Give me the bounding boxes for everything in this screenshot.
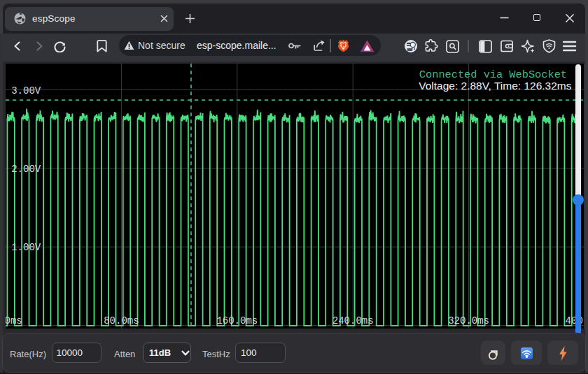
svg-text:2.00V: 2.00V (11, 164, 41, 175)
svg-text:240.0ms: 240.0ms (332, 315, 374, 326)
svg-text:80.0ms: 80.0ms (104, 315, 139, 326)
svg-text:1.00V: 1.00V (11, 242, 41, 253)
svg-text:0ms: 0ms (6, 315, 22, 326)
svg-text:Voltage: 2.88V, Time: 126.32ms: Voltage: 2.88V, Time: 126.32ms (419, 80, 572, 92)
svg-text:160.0ms: 160.0ms (216, 315, 258, 326)
svg-text:3.00V: 3.00V (11, 85, 41, 96)
svg-text:320.0ms: 320.0ms (448, 315, 489, 326)
svg-text:Connected via WebSocket: Connected via WebSocket (419, 69, 567, 81)
